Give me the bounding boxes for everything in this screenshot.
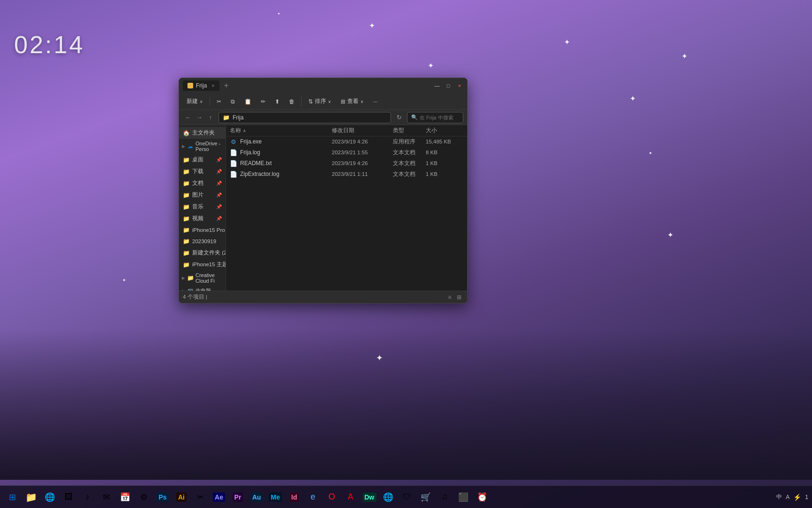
sidebar-item-iphone15theme[interactable]: 📁 iPhone15 主题色	[179, 259, 226, 270]
copy-button[interactable]: ⧉	[227, 96, 239, 107]
sidebar-item-home[interactable]: 🏠 主文件夹	[179, 127, 226, 139]
sidebar-item-music[interactable]: 📁 音乐 📌	[179, 201, 226, 213]
taskbar-me[interactable]: Me	[267, 489, 284, 506]
sidebar-item-videos[interactable]: 📁 视频 📌	[179, 213, 226, 224]
more-button[interactable]: ···	[369, 96, 382, 107]
taskbar-clock[interactable]: ⏰	[474, 489, 491, 506]
sidebar-section-thispc[interactable]: ▶ 💻 此电脑	[179, 286, 226, 291]
taskbar-edge[interactable]: e	[304, 489, 321, 506]
taskbar-pr[interactable]: Pr	[229, 489, 246, 506]
sidebar-item-desktop[interactable]: 📁 桌面 📌	[179, 154, 226, 166]
view-arrow: ∨	[360, 99, 364, 104]
taskbar-au[interactable]: Au	[248, 489, 265, 506]
itunes-icon: ♫	[441, 492, 448, 502]
sidebar-item-pictures[interactable]: 📁 图片 📌	[179, 189, 226, 201]
sort-button[interactable]: ⇅ 排序 ∨	[304, 95, 335, 107]
tab-close-btn[interactable]: ×	[211, 83, 214, 88]
taskbar-id[interactable]: Id	[286, 489, 303, 506]
cc-label: Creative Cloud Fi	[195, 272, 223, 284]
share-button[interactable]: ⬆	[271, 96, 283, 107]
taskbar-calendar[interactable]: 📅	[117, 489, 133, 506]
taskbar-store[interactable]: 🛒	[417, 489, 434, 506]
taskbar-terminal[interactable]: ⬛	[455, 489, 472, 506]
file-name-cell: ⚙ Frija.exe	[230, 138, 332, 145]
opera-icon: O	[328, 492, 335, 502]
file-size: 15,485 KB	[426, 139, 463, 144]
col-name-header[interactable]: 名称 ∧	[230, 127, 332, 134]
search-bar[interactable]: 🔍	[407, 112, 463, 123]
minimize-button[interactable]: —	[433, 82, 441, 89]
explorer-tab[interactable]: Frija ×	[183, 80, 219, 91]
col-size-header[interactable]: 大小	[426, 127, 463, 134]
list-view-button[interactable]: ≡	[445, 293, 454, 302]
taskbar-chrome[interactable]: 🌐	[41, 489, 58, 506]
pics-folder-icon: 📁	[183, 192, 189, 198]
input-method-indicator[interactable]: A	[786, 494, 789, 500]
taskbar-mail[interactable]: ✉	[98, 489, 115, 506]
rename-button[interactable]: ✏	[257, 96, 269, 107]
view-button[interactable]: ⊞ 查看 ∨	[337, 95, 367, 107]
refresh-button[interactable]: ↻	[394, 112, 404, 123]
sidebar-item-downloads[interactable]: 📁 下载 📌	[179, 166, 226, 177]
forward-button[interactable]: →	[194, 112, 204, 123]
documents-label: 文档	[192, 180, 203, 187]
sidebar-item-iphone15pro[interactable]: 📁 iPhone15 Pro	[179, 224, 226, 236]
id-icon: Id	[289, 492, 299, 502]
table-row[interactable]: 📄 README.txt 2023/9/19 4:26 文本文档 1 KB	[226, 158, 467, 169]
new-btn-arrow: ∨	[200, 99, 203, 104]
taskbar-file-explorer[interactable]: 📁	[23, 489, 39, 506]
security-icon: 🛡	[403, 492, 411, 502]
file-type: 应用程序	[393, 138, 426, 145]
share-icon: ⬆	[275, 98, 280, 105]
taskbar-media[interactable]: ♪	[79, 489, 96, 506]
col-name-label: 名称	[230, 127, 241, 134]
path-bar[interactable]: 📁 Frija	[219, 112, 391, 123]
me-icon: Me	[269, 492, 281, 502]
delete-button[interactable]: 🗑	[285, 96, 298, 107]
col-date-header[interactable]: 修改日期	[332, 127, 393, 134]
taskbar-capcut[interactable]: ✂	[192, 489, 209, 506]
taskbar-settings[interactable]: ⚙	[135, 489, 152, 506]
back-button[interactable]: ←	[183, 112, 193, 123]
iphone15theme-label: iPhone15 主题色	[192, 261, 226, 268]
taskbar-ae[interactable]: Ae	[211, 489, 227, 506]
new-button[interactable]: 新建 ∨	[183, 95, 207, 107]
taskbar-security[interactable]: 🛡	[398, 489, 415, 506]
table-row[interactable]: ⚙ Frija.exe 2023/9/19 4:26 应用程序 15,485 K…	[226, 136, 467, 147]
tab-label: Frija	[196, 82, 207, 89]
capcut-icon: ✂	[197, 492, 204, 502]
taskbar-photoshop[interactable]: Ps	[154, 489, 171, 506]
taskbar-browser2[interactable]: 🌐	[380, 489, 397, 506]
sidebar-section-cc[interactable]: ▶ 📁 Creative Cloud Fi	[179, 270, 226, 286]
search-input[interactable]	[420, 115, 457, 120]
chrome-icon: 🌐	[45, 492, 55, 502]
restore-button[interactable]: □	[445, 82, 452, 89]
file-name: ZipExtractor.log	[240, 171, 279, 177]
paste-button[interactable]: 📋	[241, 96, 255, 107]
lang-indicator[interactable]: 中	[776, 493, 782, 501]
videos-folder-icon: 📁	[183, 215, 189, 222]
taskbar-acrobat[interactable]: A	[342, 489, 359, 506]
taskbar-opera[interactable]: O	[323, 489, 340, 506]
close-button[interactable]: ×	[456, 82, 463, 89]
taskbar-dreamweaver[interactable]: Dw	[361, 489, 378, 506]
col-type-header[interactable]: 类型	[393, 127, 426, 134]
sparkle-icon: ✦	[667, 230, 673, 239]
docs-folder-icon: 📁	[183, 180, 189, 187]
cut-button[interactable]: ✂	[213, 96, 225, 107]
sidebar-section-onedrive[interactable]: ▶ ☁ OneDrive - Perso	[179, 139, 226, 154]
taskbar-itunes[interactable]: ♫	[436, 489, 453, 506]
table-row[interactable]: 📄 Frija.log 2023/9/21 1:55 文本文档 8 KB	[226, 147, 467, 158]
sidebar-item-documents[interactable]: 📁 文档 📌	[179, 177, 226, 189]
table-row[interactable]: 📄 ZipExtractor.log 2023/9/21 1:11 文本文档 1…	[226, 169, 467, 180]
ae-icon: Ae	[213, 492, 225, 502]
grid-view-button[interactable]: ⊞	[455, 293, 463, 302]
taskbar-photos[interactable]: 🖼	[60, 489, 77, 506]
taskbar-start-button[interactable]: ⊞	[4, 489, 21, 506]
sidebar-item-20230919[interactable]: 📁 20230919	[179, 236, 226, 247]
file-size: 8 KB	[426, 150, 463, 155]
new-tab-btn[interactable]: +	[221, 81, 231, 90]
sidebar-item-newfolder[interactable]: 📁 新建文件夹 (2)	[179, 247, 226, 259]
taskbar-illustrator[interactable]: Ai	[173, 489, 190, 506]
up-button[interactable]: ↑	[205, 112, 216, 123]
